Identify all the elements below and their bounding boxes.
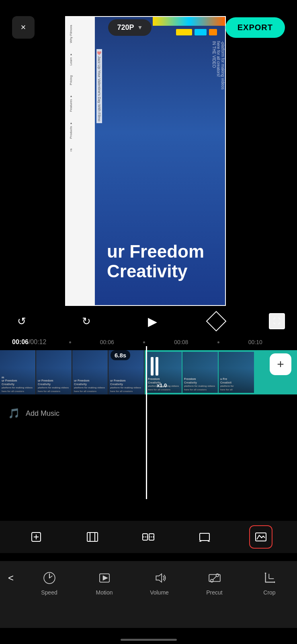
- rewind-icon: ↺: [17, 315, 26, 328]
- toolbar-trim-button[interactable]: [81, 525, 104, 549]
- add-music-row[interactable]: 🎵 Add Music: [0, 402, 297, 424]
- fullscreen-icon: ⛶: [273, 317, 281, 326]
- fullscreen-button[interactable]: ⛶: [269, 313, 285, 329]
- preview-overlay-text: ur Freedom Creativity: [107, 242, 204, 281]
- sidebar-ra: ra: [69, 149, 92, 151]
- speed-icon: [42, 570, 57, 586]
- preview-main: ur Freedom Creativity -platform for maki…: [95, 17, 225, 305]
- speed-indicator: x1.0: [157, 382, 167, 388]
- export-button[interactable]: EXPORT: [225, 17, 285, 38]
- toolbar-add-clip-button[interactable]: [25, 525, 48, 549]
- film-thumb-3: ur FreedomCreativityplatform for making …: [72, 350, 108, 394]
- film-thumb-7: u FreCreativitplatform forhere for all: [219, 352, 254, 393]
- precut-label: Precut: [206, 589, 222, 596]
- speed-label: Speed: [41, 589, 57, 596]
- precut-icon: [207, 570, 222, 586]
- sidebar-products: Products ▾: [69, 122, 92, 139]
- crop-icon-wrap: [261, 569, 279, 587]
- pause-indicator: [151, 354, 160, 378]
- close-icon: ×: [21, 22, 26, 33]
- add-music-label: Add Music: [26, 409, 59, 418]
- timeline-bar: 00:06 /00:12 00:06 00:08 00:10: [0, 336, 297, 348]
- toolbar-keyframe-button[interactable]: [249, 525, 272, 549]
- back-button[interactable]: <: [0, 565, 22, 584]
- preview-content: Why Filmora Learn ▾ Pricing Features ▾ P…: [66, 17, 225, 305]
- bottom-menu: < Speed Motion Vo: [0, 561, 297, 628]
- overlay-line2: Creativity: [107, 262, 204, 281]
- film-thumb-6: FreedomCreativityplatform for making vid…: [182, 352, 218, 393]
- menu-item-volume[interactable]: Volume: [132, 565, 187, 600]
- thumb-text-1: mur FreedomCreativityplatform for making…: [2, 376, 33, 393]
- play-icon: ▶: [148, 314, 157, 328]
- crop-icon: [262, 570, 277, 586]
- pause-bar-right: [156, 357, 158, 376]
- toolbar-split-button[interactable]: [137, 525, 160, 549]
- empty-timeline-area: [0, 424, 297, 529]
- menu-item-motion[interactable]: Motion: [77, 565, 132, 600]
- add-clip-icon: [30, 530, 43, 543]
- music-icon: 🎵: [8, 408, 20, 419]
- thumb-text-7: u FreCreativitplatform forhere for all: [220, 378, 234, 391]
- chevron-down-icon: ▼: [137, 24, 143, 31]
- volume-icon-wrap: [151, 569, 168, 587]
- add-clip-button[interactable]: +: [270, 353, 291, 375]
- svg-rect-9: [200, 533, 209, 541]
- toolbar-resize-button[interactable]: [193, 525, 216, 549]
- film-thumb-1: mur FreedomCreativityplatform for making…: [0, 350, 35, 394]
- current-time: 00:06: [12, 339, 29, 346]
- quality-selector[interactable]: 720P ▼: [108, 19, 152, 36]
- close-button[interactable]: ×: [12, 16, 35, 39]
- play-button[interactable]: ▶: [141, 310, 164, 332]
- svg-marker-15: [103, 576, 107, 580]
- thumb-text-2: ur FreedomCreativityplatform for making …: [38, 379, 69, 393]
- sidebar-pricing: Pricing: [69, 75, 92, 85]
- motion-icon-wrap: [96, 569, 113, 587]
- duration-badge: 6.8s: [111, 350, 130, 360]
- speed-icon-wrap: [41, 569, 58, 587]
- trim-icon: [86, 530, 99, 543]
- keyframe-diamond-button[interactable]: [206, 311, 227, 332]
- split-icon: [142, 530, 155, 543]
- preview-sidebar: Why Filmora Learn ▾ Pricing Features ▾ P…: [66, 17, 95, 305]
- quality-label: 720P: [117, 23, 134, 32]
- pause-bar-left: [151, 357, 154, 376]
- back-arrow-icon: <: [8, 572, 14, 584]
- time-label-1: 00:06: [100, 339, 114, 345]
- thumb-text-6: FreedomCreativityplatform for making vid…: [184, 378, 215, 391]
- svg-marker-16: [156, 574, 162, 582]
- preview-side-text: -platform for making videoshere for all …: [212, 41, 225, 90]
- rewind-button[interactable]: ↺: [12, 312, 31, 331]
- forward-icon: ↻: [82, 315, 91, 328]
- total-time: /00:12: [29, 339, 46, 346]
- svg-rect-3: [87, 533, 98, 541]
- filmstrip-area: mur FreedomCreativityplatform for making…: [0, 350, 297, 394]
- playhead-line: [146, 346, 147, 499]
- motion-icon: [97, 570, 112, 586]
- time-label-2: 00:08: [174, 339, 188, 345]
- promo-text: ❤️ Jazz Up Your Valentine's Day With Fil…: [96, 49, 102, 123]
- svg-line-20: [213, 576, 216, 580]
- thumb-text-4: ur FreedomCreativityplatform for making …: [110, 379, 141, 393]
- sidebar-features: Features ▾: [69, 95, 92, 112]
- overlay-line1: ur Freedom: [107, 242, 204, 261]
- video-preview: Why Filmora Learn ▾ Pricing Features ▾ P…: [65, 16, 226, 306]
- volume-label: Volume: [150, 589, 169, 596]
- thumb-text-3: ur FreedomCreativityplatform for making …: [74, 379, 105, 393]
- forward-button[interactable]: ↻: [77, 312, 96, 331]
- motion-label: Motion: [96, 589, 113, 596]
- time-markers: 00:06 00:08 00:10: [46, 339, 285, 345]
- crop-label: Crop: [263, 589, 275, 596]
- menu-item-speed[interactable]: Speed: [22, 565, 77, 600]
- time-dot-1: [69, 341, 71, 343]
- resize-icon: [198, 530, 211, 543]
- sidebar-learn: Learn ▾: [69, 53, 92, 66]
- top-bar: × 720P ▼ EXPORT: [0, 16, 297, 39]
- keyframe-icon: [254, 530, 267, 543]
- film-thumb-2: ur FreedomCreativityplatform for making …: [36, 350, 72, 394]
- menu-item-crop[interactable]: Crop: [242, 565, 297, 600]
- time-label-3: 00:10: [248, 339, 262, 345]
- menu-item-precut[interactable]: Precut: [187, 565, 242, 600]
- bottom-toolbar: [0, 521, 297, 553]
- precut-icon-wrap: [206, 569, 223, 587]
- home-indicator: [121, 639, 177, 641]
